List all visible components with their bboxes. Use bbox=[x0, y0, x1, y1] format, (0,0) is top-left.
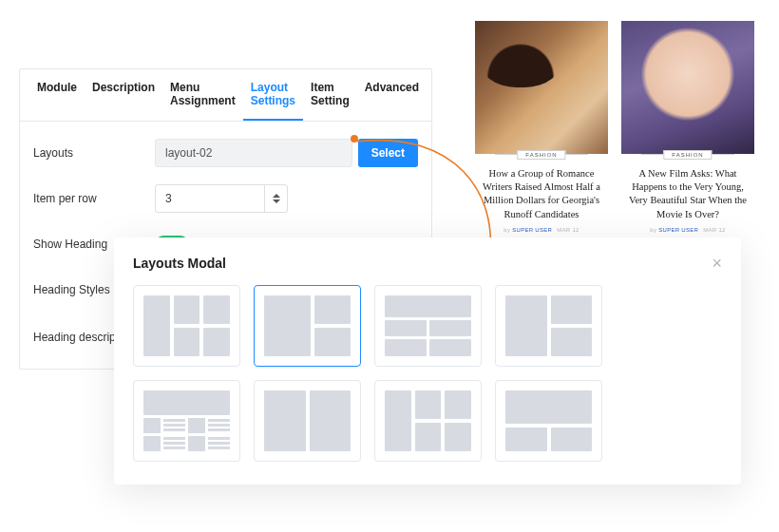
layouts-modal: Layouts Modal × bbox=[114, 238, 741, 484]
item-per-row-input[interactable]: 3 bbox=[155, 184, 288, 213]
card-date: MAR 12 bbox=[703, 227, 725, 233]
category-badge[interactable]: FASHION bbox=[663, 150, 712, 160]
card-image: FASHION bbox=[475, 21, 608, 154]
tab-layout-settings[interactable]: Layout Settings bbox=[243, 69, 303, 121]
card-title[interactable]: How a Group of Romance Writers Raised Al… bbox=[475, 167, 608, 221]
layouts-input[interactable]: layout-02 bbox=[155, 139, 352, 167]
modal-title: Layouts Modal bbox=[133, 256, 226, 271]
preview-card: FASHION A New Film Asks: What Happens to… bbox=[621, 21, 754, 233]
select-button[interactable]: Select bbox=[358, 139, 418, 167]
layouts-label: Layouts bbox=[33, 146, 155, 160]
layout-option-2[interactable] bbox=[254, 285, 361, 367]
layouts-value: layout-02 bbox=[165, 146, 212, 160]
preview-card: FASHION How a Group of Romance Writers R… bbox=[475, 21, 608, 233]
layout-option-4[interactable] bbox=[495, 285, 602, 367]
tab-item-setting[interactable]: Item Setting bbox=[303, 69, 357, 121]
card-image: FASHION bbox=[621, 21, 754, 154]
modal-header: Layouts Modal × bbox=[133, 255, 722, 272]
layout-grid bbox=[133, 285, 722, 462]
layout-option-8[interactable] bbox=[495, 380, 602, 462]
callout-dot-icon bbox=[351, 135, 358, 142]
layout-option-1[interactable] bbox=[133, 285, 240, 367]
tab-menu-assignment[interactable]: Menu Assignment bbox=[162, 69, 243, 121]
card-meta: bySUPER USERMAR 12 bbox=[621, 227, 754, 233]
card-author[interactable]: SUPER USER bbox=[512, 227, 552, 233]
tab-bar: Module Description Menu Assignment Layou… bbox=[20, 69, 431, 122]
tab-description[interactable]: Description bbox=[85, 69, 162, 121]
row-layouts: Layouts layout-02 Select bbox=[33, 139, 418, 167]
card-meta: bySUPER USERMAR 12 bbox=[475, 227, 608, 233]
quantity-stepper[interactable] bbox=[264, 185, 287, 212]
row-item-per-row: Item per row 3 bbox=[33, 184, 418, 213]
tab-advanced[interactable]: Advanced bbox=[357, 69, 427, 121]
layout-option-7[interactable] bbox=[374, 380, 482, 462]
layout-option-5[interactable] bbox=[133, 380, 240, 462]
chevron-up-icon bbox=[273, 194, 280, 198]
close-icon[interactable]: × bbox=[712, 255, 722, 272]
card-title[interactable]: A New Film Asks: What Happens to the Ver… bbox=[621, 167, 754, 221]
layout-option-6[interactable] bbox=[254, 380, 361, 462]
item-per-row-value: 3 bbox=[156, 192, 181, 205]
card-date: MAR 12 bbox=[557, 227, 579, 233]
tab-module[interactable]: Module bbox=[29, 69, 85, 121]
category-badge[interactable]: FASHION bbox=[517, 150, 565, 160]
layout-option-3[interactable] bbox=[374, 285, 482, 367]
item-per-row-label: Item per row bbox=[33, 192, 155, 205]
card-author[interactable]: SUPER USER bbox=[658, 227, 698, 233]
chevron-down-icon bbox=[273, 200, 280, 203]
preview-cards: FASHION How a Group of Romance Writers R… bbox=[475, 21, 754, 233]
